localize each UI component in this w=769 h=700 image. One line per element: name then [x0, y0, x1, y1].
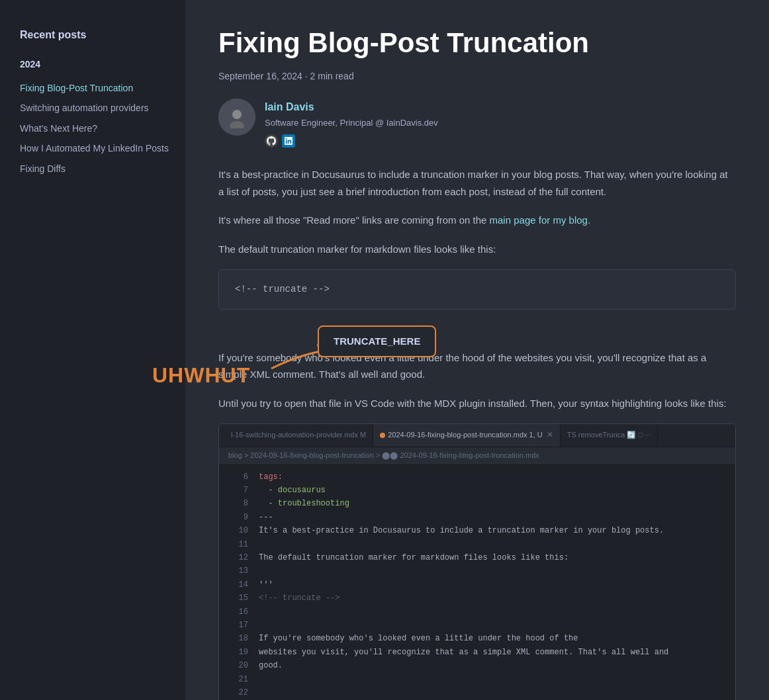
body-paragraph-2: Until you try to open that file in VS Co… [218, 395, 736, 412]
code-line-22: 22 [219, 686, 735, 699]
code-line-6: 6tags: [219, 470, 735, 484]
post-title: Fixing Blog-Post Truncation [218, 26, 736, 60]
author-info: Iain Davis Software Engineer, Principal … [265, 99, 438, 148]
linkedin-icon[interactable] [282, 134, 295, 148]
code-line-12: 12The default truncation marker for mark… [219, 551, 735, 564]
uhwhut-label: UHWHUT [152, 359, 250, 392]
github-icon[interactable] [265, 134, 278, 148]
vscode-tab-label-2: 2024-09-16-fixing-blog-post-truncation.m… [388, 429, 543, 441]
blog-main-page-link[interactable]: main page for my blog [490, 214, 588, 226]
tab-close-icon[interactable]: ✕ [547, 429, 553, 441]
avatar-image [226, 106, 248, 128]
svg-point-0 [232, 110, 242, 119]
code-block-truncate: <!-- truncate --> [218, 269, 736, 309]
vscode-breadcrumb: blog > 2024-09-16-fixing-blog-post-trunc… [219, 447, 735, 465]
code-line-14: 14''' [219, 578, 735, 591]
author-social-icons [265, 134, 438, 148]
sidebar-link-fixing-diffs[interactable]: Fixing Diffs [20, 159, 172, 179]
code-line-21: 21 [219, 673, 735, 686]
truncate-badge: TRUNCATE_HERE [318, 326, 436, 357]
code-line-8: 8 - troubleshooting [219, 497, 735, 510]
code-line-16: 16 [219, 605, 735, 619]
code-line-20: 20good. [219, 659, 735, 672]
sidebar-link-fixing-truncation[interactable]: Fixing Blog-Post Truncation [20, 78, 172, 98]
author-role: Software Engineer, Principal @ IainDavis… [265, 116, 438, 130]
avatar [218, 99, 255, 136]
vscode-tab-label-3: TS removeTrunca 🔄 □ ··· [567, 429, 651, 441]
code-line-7: 7 - docusaurus [219, 484, 735, 497]
post-body: It's a best-practice in Docusaurus to in… [218, 166, 736, 700]
intro-paragraph-3: The default truncation marker for markdo… [218, 241, 736, 258]
intro2-suffix: . [588, 214, 590, 226]
sidebar-link-switching-automation[interactable]: Switching automation providers [20, 98, 172, 118]
code-line-10: 10It's a best-practice in Docusaurus to … [219, 524, 735, 537]
sidebar-link-whats-next[interactable]: What's Next Here? [20, 118, 172, 138]
sidebar-title: Recent posts [20, 26, 172, 44]
vscode-tabs: l-16-switching-automation-provider.mdx M… [219, 424, 735, 447]
vscode-tab-label-1: l-16-switching-automation-provider.mdx M [231, 429, 366, 441]
author-row: Iain Davis Software Engineer, Principal … [218, 99, 736, 148]
vscode-code: 6tags: 7 - docusaurus 8 - troubleshootin… [219, 465, 735, 700]
tab-modified-dot [380, 433, 385, 438]
code-line-15: 15<!-- truncate --> [219, 591, 735, 605]
svg-point-1 [230, 121, 244, 128]
sidebar-link-linkedin-posts[interactable]: How I Automated My LinkedIn Posts [20, 138, 172, 158]
vscode-tab-fixing[interactable]: 2024-09-16-fixing-blog-post-truncation.m… [373, 424, 561, 447]
page-layout: Recent posts 2024 Fixing Blog-Post Trunc… [0, 0, 769, 700]
code-line-9: 9--- [219, 511, 735, 524]
code-line-18: 18If you're somebody who's looked even a… [219, 632, 735, 645]
intro-paragraph-2: It's where all those "Read more" links a… [218, 212, 736, 229]
breadcrumb-text: blog > 2024-09-16-fixing-blog-post-trunc… [228, 451, 539, 459]
author-name[interactable]: Iain Davis [265, 99, 438, 116]
sidebar: Recent posts 2024 Fixing Blog-Post Trunc… [0, 0, 185, 700]
vscode-tab-switching[interactable]: l-16-switching-automation-provider.mdx M [224, 424, 373, 447]
vscode-tab-remove[interactable]: TS removeTrunca 🔄 □ ··· [561, 424, 658, 447]
code-line-13: 13 [219, 564, 735, 578]
vscode-screenshot: l-16-switching-automation-provider.mdx M… [218, 423, 736, 700]
code-line-11: 11 [219, 538, 735, 551]
intro2-prefix: It's where all those "Read more" links a… [218, 214, 490, 226]
code-line-17: 17 [219, 619, 735, 632]
sidebar-nav: Fixing Blog-Post Truncation Switching au… [20, 78, 172, 179]
sidebar-year: 2024 [20, 57, 172, 71]
intro-paragraph-1: It's a best-practice in Docusaurus to in… [218, 166, 736, 200]
post-meta: September 16, 2024 · 2 min read [218, 69, 736, 83]
main-content: Fixing Blog-Post Truncation September 16… [185, 0, 769, 700]
code-line-19: 19websites you visit, you'll recognize t… [219, 646, 735, 659]
